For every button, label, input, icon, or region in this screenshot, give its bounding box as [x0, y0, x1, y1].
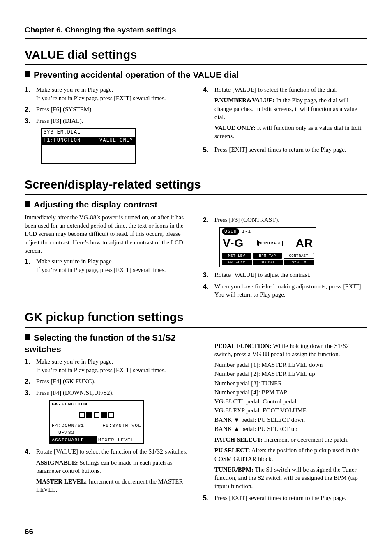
bank-up: BANK pedal: PU SELECT up — [214, 425, 367, 433]
section3-subtitle-text: Selecting the function of the S1/S2 swit… — [25, 333, 175, 354]
section1-subtitle: Preventing accidental operation of the V… — [25, 69, 367, 81]
lcd-contrast-screen: USER 1-1 V-G CONTRAST AR MST LEV BPM TAP — [219, 227, 316, 267]
chapter-header: Chapter 6. Changing the system settings — [25, 25, 367, 35]
s1-step3: 3. Press [F3] (DIAL). — [25, 117, 189, 126]
s2-step4: 4. When you have finished making adjustm… — [203, 282, 367, 299]
lcd-value-only: VALUE ONLY — [99, 138, 133, 144]
section-value-dial-title: VALUE dial settings — [25, 47, 367, 63]
lcd-gk-title: GK-FUNCTION — [50, 401, 143, 408]
section-gk-title: GK pickup function settings — [25, 309, 367, 325]
triangle-down-icon — [233, 417, 240, 423]
patch-select-label: PATCH SELECT: — [214, 436, 263, 443]
lcd-gk-line1: F4:DOWN/S1 F6:SYNTH VOL — [50, 422, 143, 429]
rule-section2 — [25, 194, 367, 195]
s3-step1: 1. Make sure you’re in Play page. If you… — [25, 357, 189, 375]
np2: Number pedal [2]: MASTER LEVEL up — [214, 370, 367, 378]
triangle-up-icon — [233, 426, 240, 432]
lcd-softkeys-row2: GK FUNC GLOBAL SYSTEM — [222, 260, 314, 265]
section2-intro: Immediately after the VG-88’s power is t… — [25, 213, 189, 255]
np4: Number pedal [4]: BPM TAP — [214, 388, 367, 396]
s3-step3: 3. Press [F4] (DOWN/S1,UP/S2). — [25, 389, 189, 398]
lcd-softkeys-row1: MST LEV BPM TAP CONTRAST — [222, 253, 314, 259]
rule-section1 — [25, 64, 367, 65]
lcd-gk-line2: UP/S2 — [50, 429, 143, 436]
s1-step1-sub: If you’re not in Play page, press [EXIT]… — [36, 94, 189, 103]
master-level-label: MASTER LEVEL: — [36, 478, 87, 485]
lcd-system-dial: SYSTEM:DIAL F1:FUNCTION VALUE ONLY — [41, 128, 136, 164]
pedal-function-label: PEDAL FUNCTION: — [214, 343, 272, 349]
lcd-f1-label: F1:FUNCTION — [44, 138, 81, 144]
s1-step5: 5. Press [EXIT] several times to return … — [203, 145, 367, 154]
section3-subtitle: Selecting the function of the S1/S2 swit… — [25, 332, 189, 355]
patch-select-text: Increment or decrement the patch. — [263, 436, 348, 443]
tuner-bpm-label: TUNER/BPM: — [214, 466, 254, 473]
page-number: 66 — [25, 526, 33, 537]
lcd-patch-number: 1-1 — [242, 228, 251, 235]
lcd-big-left: V-G — [223, 235, 244, 251]
lcd-user-pill: USER — [222, 228, 239, 235]
pnumber-label: P.NUMBER&VALUE: — [214, 97, 274, 104]
lcd-gk-function: GK-FUNCTION F4:DOWN/S1 F6:SYNTH VOL UP/S… — [49, 400, 144, 444]
s1-step1-main: Make sure you’re in Play page. — [36, 85, 189, 94]
pu-select-label: PU SELECT: — [214, 447, 250, 454]
s3-step2: 2. Press [F4] (GK FUNC). — [25, 377, 189, 386]
exp-pedal: VG-88 EXP pedal: FOOT VOLUME — [214, 406, 367, 415]
bank-down: BANK pedal: PU SELECT down — [214, 416, 367, 424]
lcd-gk-graphic — [50, 408, 143, 422]
valueonly-label: VALUE ONLY: — [214, 124, 256, 131]
s1-step4: 4. Rotate [VALUE] to select the function… — [203, 85, 367, 143]
lcd-gk-line3: ASSIGNABLE MIXER LEVEL — [50, 436, 143, 444]
np3: Number pedal [3]: TUNER — [214, 379, 367, 387]
s3-step4: 4. Rotate [VALUE] to select the function… — [25, 447, 189, 496]
np1: Number pedal [1]: MASTER LEVEL down — [214, 361, 367, 369]
section-screen-title: Screen/display-related settings — [25, 177, 367, 193]
s2-step2: 2. Press [F3] (CONTRAST). — [203, 216, 367, 225]
section2-subtitle-text: Adjusting the display contrast — [34, 200, 157, 209]
section1-subtitle-text: Preventing accidental operation of the V… — [34, 70, 239, 79]
lcd-function-row: F1:FUNCTION VALUE ONLY — [42, 137, 135, 145]
s2-step3: 3. Rotate [VALUE] to adjust the contrast… — [203, 271, 367, 280]
lcd-contrast-gauge: CONTRAST — [244, 240, 295, 246]
s2-step1: 1. Make sure you’re in Play page. If you… — [25, 257, 189, 274]
s1-step2: 2. Press [F6] (SYSTEM). — [25, 105, 189, 114]
ctl-pedal: VG-88 CTL pedal: Control pedal — [214, 397, 367, 405]
s3-step5: 5. Press [EXIT] several times to return … — [203, 494, 367, 503]
assignable-label: ASSIGNABLE: — [36, 459, 78, 466]
s1-step1: 1. Make sure you’re in Play page. If you… — [25, 85, 189, 103]
lcd-title-row: SYSTEM:DIAL — [42, 129, 135, 137]
lcd-big-right: AR — [296, 235, 313, 251]
section2-subtitle: Adjusting the display contrast — [25, 199, 367, 210]
rule-chapter — [25, 38, 367, 39]
rule-section3 — [25, 327, 367, 328]
